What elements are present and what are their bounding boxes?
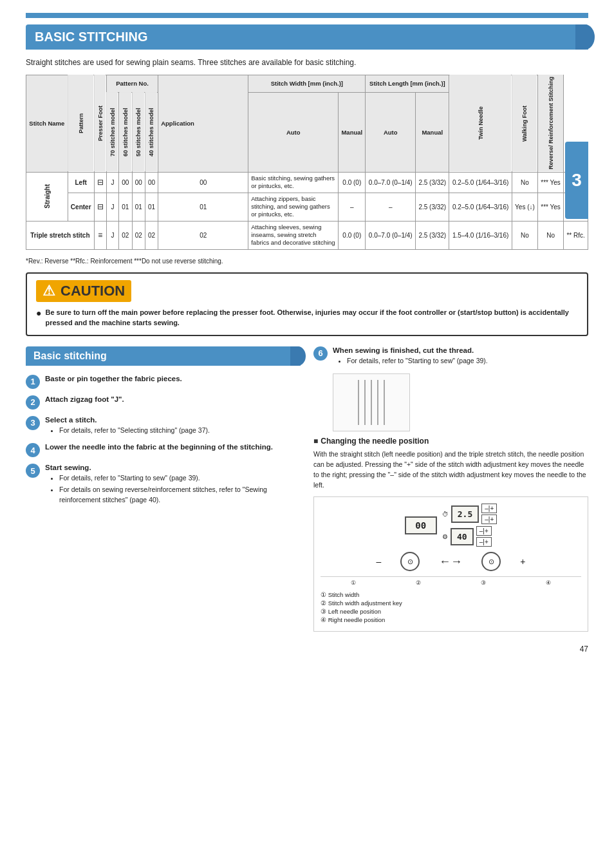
stitch-triple-wa: 0.0 (0)	[339, 221, 366, 249]
step-5-bullet-2: For details on sewing reverse/reinforcem…	[59, 485, 301, 505]
timer-icon: ⏱	[442, 511, 449, 518]
col-sw-auto: Auto	[248, 92, 339, 172]
lcd-length-val: 40	[451, 528, 474, 545]
caution-text: Be sure to turn off the main power befor…	[36, 307, 578, 328]
col-reverse: Reverse/ Reinforcement Stitching	[538, 75, 564, 172]
stitch-triple-rev: ** Rfc.	[564, 221, 588, 249]
col-pattern: Pattern	[68, 75, 94, 172]
step-5-content: Start sewing. For details, refer to "Sta…	[45, 464, 301, 506]
sub-header-tab	[290, 346, 306, 366]
step-6-content: When sewing is finished, cut the thread.…	[333, 346, 588, 368]
step-1-title: Baste or pin together the fabric pieces.	[45, 375, 301, 382]
stitch-center-p40: 01	[158, 193, 248, 221]
thread-svg	[339, 377, 404, 428]
step-5-title: Start sewing.	[45, 464, 301, 471]
stitch-left-icon: ⊟	[94, 172, 106, 193]
stitch-center-app: Attaching zippers, basic stitching, and …	[248, 193, 339, 221]
step-4-num: 4	[26, 443, 40, 457]
stitch-left-p40: 00	[158, 172, 248, 193]
step-5: 5 Start sewing. For details, refer to "S…	[26, 464, 301, 506]
needle-title-text: Changing the needle position	[321, 437, 429, 446]
two-column-layout: Basic stitching 1 Baste or pin together …	[26, 346, 588, 632]
minus-plus-bottom[interactable]: –|+	[481, 514, 497, 524]
needle-section-title: Changing the needle position	[313, 437, 588, 446]
stitch-triple-icon: ≡	[94, 221, 106, 249]
circle-label-4: ④	[546, 580, 551, 586]
stitch-center-wf: *** Yes	[538, 193, 564, 221]
stitch-left-la: 2.5 (3/32)	[416, 172, 449, 193]
minus-label: –	[377, 556, 382, 567]
step-5-num: 5	[26, 464, 40, 478]
stitch-triple-lm: 1.5–4.0 (1/16–3/16)	[449, 221, 512, 249]
stitch-left-p70: 00	[119, 172, 132, 193]
step-3: 3 Select a stitch. For details, refer to…	[26, 416, 301, 437]
stitch-triple-p40: 02	[158, 221, 248, 249]
stitch-left-tn: No	[512, 172, 537, 193]
step-3-content: Select a stitch. For details, refer to "…	[45, 416, 301, 437]
step-6-bullet-1: For details, refer to "Starting to sew" …	[347, 356, 588, 366]
step-1: 1 Baste or pin together the fabric piece…	[26, 375, 301, 389]
intro-text: Straight stitches are used for sewing pl…	[26, 57, 588, 68]
col-60-stitches: 60 stitches model	[119, 92, 132, 172]
col-stitch-width: Stitch Width [mm (inch.)]	[248, 75, 366, 92]
caution-header: ⚠ CAUTION	[36, 280, 578, 302]
col-50-stitches: 50 stitches model	[132, 92, 145, 172]
thread-illustration	[333, 373, 410, 431]
lcd-width-val: 2.5	[451, 505, 479, 523]
stitch-left-p50: 00	[145, 172, 158, 193]
step-3-bullet-1: For details, refer to "Selecting stitchi…	[59, 426, 301, 436]
display-row-1: 00 ⏱ 2.5 –|+ –|+	[321, 504, 581, 547]
step-3-num: 3	[26, 416, 40, 430]
diagram-label-2: ② Stitch width adjustment key	[321, 599, 581, 607]
step-6-num: 6	[313, 346, 328, 361]
step-4: 4 Lower the needle into the fabric at th…	[26, 443, 301, 457]
stitch-triple-app: Attaching sleeves, sewing inseams, sewin…	[248, 221, 339, 249]
col-application: Application	[158, 75, 248, 172]
step-1-content: Baste or pin together the fabric pieces.	[45, 375, 301, 384]
top-bar	[26, 13, 588, 18]
step-6-bullets: For details, refer to "Starting to sew" …	[337, 356, 588, 366]
chapter-tab: 3	[565, 142, 588, 219]
stitch-triple-p50: 02	[145, 221, 158, 249]
caution-icon: ⚠	[42, 283, 55, 299]
stitch-center-p70: 01	[119, 193, 132, 221]
step-5-bullet-1: For details, refer to "Starting to sew" …	[59, 473, 301, 484]
lcd-values-display: ⏱ 2.5 –|+ –|+ ⚙	[442, 504, 497, 547]
stitch-left-lm: 0.2–5.0 (1/64–3/16)	[449, 172, 512, 193]
diagram-labels: ① Stitch width ② Stitch width adjustment…	[321, 591, 581, 623]
stitch-center-tn: Yes (↓)	[512, 193, 537, 221]
group-straight: Straight	[26, 172, 68, 221]
chapter-number: 3	[572, 170, 582, 191]
caution-bullet: Be sure to turn off the main power befor…	[36, 307, 578, 328]
stitch-center-wm: –	[366, 193, 416, 221]
col-sl-manual: Manual	[416, 92, 449, 172]
step-4-content: Lower the needle into the fabric at the …	[45, 443, 301, 453]
arrow-display-row: – ⊙ ←→ ⊙ +	[321, 552, 581, 571]
stitch-center-foot: J	[106, 193, 118, 221]
step-6: 6 When sewing is finished, cut the threa…	[313, 346, 588, 368]
header-tab-decoration	[575, 24, 595, 50]
right-column: 6 When sewing is finished, cut the threa…	[313, 346, 588, 632]
col-twin-needle: Twin Needle	[449, 75, 512, 172]
stitch-left-wm: 0.0–7.0 (0–1/4)	[366, 172, 416, 193]
stitch-left-foot: J	[106, 172, 118, 193]
col-pattern-no: Pattern No.	[106, 75, 158, 92]
col-stitch-name: Stitch Name	[26, 75, 68, 172]
step-2-num: 2	[26, 395, 40, 410]
stitch-table: Stitch Name Pattern Presser Foot Pattern…	[26, 75, 588, 250]
length-minus-plus-bottom[interactable]: –|+	[476, 537, 492, 547]
lcd-top: 00	[411, 520, 431, 531]
stitch-left-p60: 00	[132, 172, 145, 193]
minus-plus-top[interactable]: –|+	[481, 504, 497, 513]
stitch-triple-wf: No	[538, 221, 564, 249]
width-adj-keys: –|+ –|+	[481, 504, 497, 524]
col-presser-foot: Presser Foot	[94, 75, 106, 172]
circle-label-2: ②	[416, 580, 421, 586]
needle-left-circle: ⊙	[400, 552, 420, 571]
stitch-triple-p60: 02	[132, 221, 145, 249]
basic-stitching-header: Basic stitching	[26, 346, 301, 366]
left-column: Basic stitching 1 Baste or pin together …	[26, 346, 301, 632]
length-minus-plus-top[interactable]: –|+	[476, 526, 492, 536]
basic-stitching-title: Basic stitching	[33, 350, 107, 361]
feed-icon: ⚙	[442, 533, 448, 540]
